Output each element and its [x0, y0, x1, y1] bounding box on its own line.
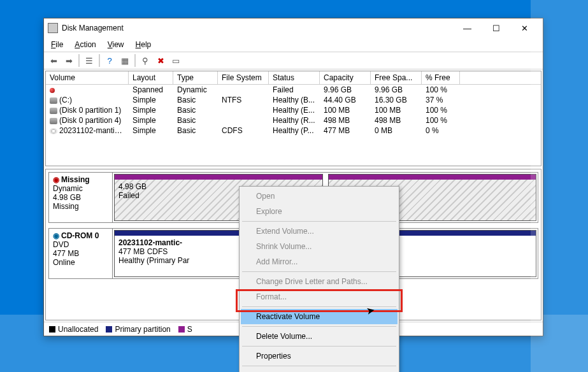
col-status[interactable]: Status [269, 71, 320, 84]
volume-icon [50, 97, 57, 104]
menu-file[interactable]: File [47, 39, 68, 50]
col-volume[interactable]: Volume [46, 71, 129, 84]
titlebar[interactable]: Disk Management — ☐ ✕ [44, 18, 543, 38]
col-fs[interactable]: File System [218, 71, 269, 84]
col-type[interactable]: Type [173, 71, 218, 84]
delete-button[interactable]: ✖ [154, 54, 168, 68]
minimize-button[interactable]: — [453, 19, 482, 37]
props-button[interactable]: ☰ [82, 54, 96, 68]
menu-item-help[interactable]: Help [241, 368, 398, 372]
menu-item-delete-volume[interactable]: Delete Volume... [241, 329, 398, 344]
disk-info: CD-ROM 0DVD477 MBOnline [49, 229, 113, 278]
stripe-icon [115, 175, 322, 180]
disk-info: MissingDynamic4.98 GBMissing [49, 173, 113, 222]
menu-item-extend-volume: Extend Volume... [241, 224, 398, 239]
table-row[interactable]: (Disk 0 partition 1)SimpleBasicHealthy (… [46, 105, 541, 115]
legend-item: S [178, 325, 192, 334]
menu-item-explore: Explore [241, 204, 398, 219]
menu-help[interactable]: Help [131, 39, 156, 50]
volume-icon [50, 128, 57, 134]
maximize-button[interactable]: ☐ [482, 19, 510, 37]
menu-item-properties[interactable]: Properties [241, 348, 398, 364]
list-button[interactable]: ▦ [118, 54, 132, 68]
menu-action[interactable]: Action [70, 39, 100, 50]
swatch-icon [178, 326, 185, 333]
menu-item-format: Format... [241, 289, 398, 304]
legend-item: Unallocated [49, 325, 98, 334]
menu-item-add-mirror: Add Mirror... [241, 254, 398, 269]
swatch-icon [106, 326, 112, 333]
col-capacity[interactable]: Capacity [320, 71, 371, 84]
separator-icon [99, 54, 100, 67]
volume-icon [50, 108, 57, 114]
menu-item-open: Open [241, 189, 398, 204]
col-free[interactable]: Free Spa... [371, 71, 422, 84]
swatch-icon [49, 326, 55, 333]
table-row[interactable]: 20231102-mantic- ...SimpleBasicCDFSHealt… [46, 125, 541, 136]
volume-icon [50, 118, 57, 124]
context-menu[interactable]: OpenExploreExtend Volume...Shrink Volume… [239, 186, 399, 372]
col-layout[interactable]: Layout [129, 71, 173, 84]
menu-item-change-drive-letter-and-paths: Change Drive Letter and Paths... [241, 274, 398, 289]
table-row[interactable]: (Disk 0 partition 4)SimpleBasicHealthy (… [46, 115, 541, 125]
column-headers[interactable]: Volume Layout Type File System Status Ca… [46, 71, 541, 85]
window-title: Disk Management [62, 24, 124, 32]
table-row[interactable]: (C:)SimpleBasicNTFSHealthy (B...44.40 GB… [46, 95, 541, 105]
menubar: File Action View Help [44, 38, 543, 52]
volume-list[interactable]: Volume Layout Type File System Status Ca… [45, 71, 541, 166]
menu-view[interactable]: View [103, 39, 129, 50]
col-pctfree[interactable]: % Free [422, 71, 460, 84]
table-row[interactable]: SpannedDynamicFailed9.96 GB9.96 GB100 % [46, 85, 541, 95]
separator-icon [134, 54, 136, 67]
close-button[interactable]: ✕ [510, 19, 539, 37]
volume-icon [50, 88, 55, 93]
legend-item: Primary partition [106, 325, 170, 334]
app-icon [48, 23, 58, 33]
toolbar: ⬅ ➡ ☰ ? ▦ ⚲ ✖ ▭ [44, 52, 543, 69]
stripe-icon [329, 175, 536, 180]
view-button[interactable]: ▭ [169, 54, 183, 68]
refresh-button[interactable]: ⚲ [138, 54, 152, 68]
forward-button[interactable]: ➡ [62, 54, 76, 68]
help-button[interactable]: ? [103, 54, 117, 68]
menu-item-shrink-volume: Shrink Volume... [241, 239, 398, 254]
back-button[interactable]: ⬅ [47, 54, 61, 68]
menu-item-reactivate-volume[interactable]: Reactivate Volume [241, 309, 398, 324]
separator-icon [78, 54, 80, 67]
